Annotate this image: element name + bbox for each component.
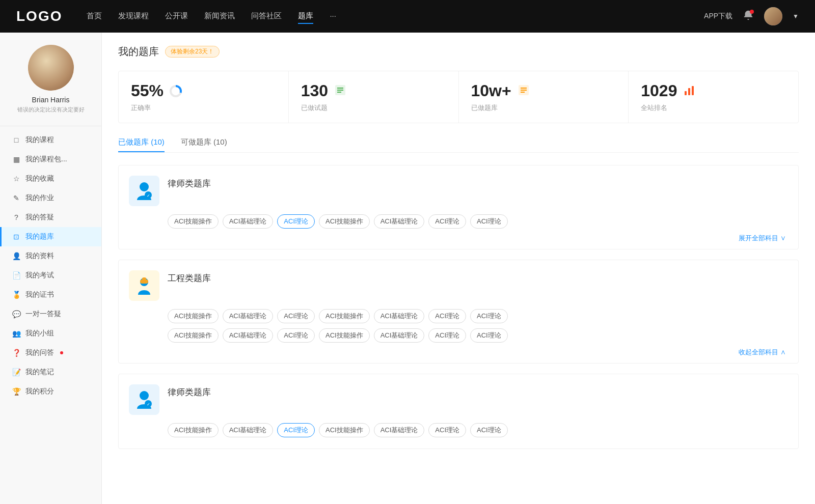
tag-eng2-aci-skill-op-2[interactable]: ACI技能操作: [319, 328, 370, 343]
question-icon: ?: [12, 213, 20, 221]
tag-aci-theory-1[interactable]: ACI理论: [277, 214, 315, 229]
bank-icon-lawyer: ✓: [129, 176, 159, 206]
unread-dot: [60, 351, 63, 354]
sidebar-label-favorites: 我的收藏: [25, 174, 54, 183]
tag-law2-aci-theory-3[interactable]: ACI理论: [470, 423, 508, 437]
nav-item-open[interactable]: 公开课: [165, 9, 188, 24]
app-download[interactable]: APP下载: [704, 12, 732, 21]
nav-item-discover[interactable]: 发现课程: [118, 9, 149, 24]
nav-item-more[interactable]: ···: [330, 9, 336, 24]
bank-title-engineering: 工程类题库: [168, 270, 211, 284]
sidebar-item-myqa[interactable]: ❓ 我的问答: [0, 343, 101, 362]
stat-label-accuracy: 正确率: [131, 103, 276, 113]
bank-expand-lawyer[interactable]: 展开全部科目 ∨: [129, 234, 788, 243]
tag-eng-aci-skill-op-2[interactable]: ACI技能操作: [319, 309, 370, 323]
nav-item-qa[interactable]: 问答社区: [251, 9, 282, 24]
tag-eng2-aci-theory-2[interactable]: ACI理论: [428, 328, 466, 343]
bank-title-lawyer-2: 律师类题库: [168, 384, 211, 398]
bank-card-engineering: 工程类题库 ACI技能操作 ACI基础理论 ACI理论 ACI技能操作 ACI基…: [118, 260, 799, 363]
sidebar-label-questions: 我的答疑: [25, 213, 54, 222]
bank-icon: ⊡: [12, 233, 20, 241]
tag-eng-aci-basic-theory-1[interactable]: ACI基础理论: [223, 309, 274, 323]
sidebar-item-profile[interactable]: 👤 我的资料: [0, 246, 101, 266]
stat-done-banks: 10w+ 已做题库: [459, 71, 629, 123]
tag-law2-aci-theory-2[interactable]: ACI理论: [428, 423, 466, 437]
qa-icon: ❓: [12, 349, 20, 357]
tag-aci-basic-theory-2[interactable]: ACI基础理论: [374, 214, 425, 229]
bank-card-header-lawyer-2: ✓ 律师类题库: [129, 384, 788, 415]
tag-eng-aci-skill-op-1[interactable]: ACI技能操作: [168, 309, 219, 323]
sidebar-item-1on1[interactable]: 💬 一对一答疑: [0, 304, 101, 324]
sidebar-item-favorites[interactable]: ☆ 我的收藏: [0, 169, 101, 188]
svg-text:✓: ✓: [147, 193, 150, 198]
sidebar-label-bank: 我的题库: [25, 232, 54, 241]
group-icon: 👥: [12, 329, 20, 338]
score-icon: 🏆: [12, 387, 20, 396]
bank-title-lawyer: 律师类题库: [168, 176, 211, 189]
done-banks-icon: [517, 83, 531, 97]
svg-text:✓: ✓: [147, 402, 150, 407]
stat-value-rank: 1029: [641, 81, 677, 100]
tag-aci-theory-3[interactable]: ACI理论: [470, 214, 508, 229]
tag-eng-aci-theory-1[interactable]: ACI理论: [277, 309, 315, 323]
bank-collapse-engineering[interactable]: 收起全部科目 ∧: [129, 348, 788, 357]
tag-law2-aci-skill-op-1[interactable]: ACI技能操作: [168, 423, 219, 437]
sidebar-item-questions[interactable]: ? 我的答疑: [0, 208, 101, 227]
svg-rect-18: [142, 277, 146, 281]
bank-tags-engineering-row2: ACI技能操作 ACI基础理论 ACI理论 ACI技能操作 ACI基础理论 AC…: [129, 328, 788, 343]
tag-law2-aci-skill-op-2[interactable]: ACI技能操作: [319, 423, 370, 437]
sidebar-label-group: 我的小组: [25, 329, 54, 338]
stat-top-banks: 10w+: [471, 81, 616, 100]
sidebar-item-cert[interactable]: 🏅 我的证书: [0, 285, 101, 304]
notification-bell[interactable]: [743, 10, 754, 23]
main-content: 我的题库 体验剩余23天！ 55% 正确率: [102, 33, 815, 504]
sidebar-label-points: 我的积分: [25, 387, 54, 396]
lawyer2-icon-svg: ✓: [133, 388, 155, 411]
sidebar-item-notes[interactable]: 📝 我的笔记: [0, 362, 101, 382]
tag-eng2-aci-skill-op-1[interactable]: ACI技能操作: [168, 328, 219, 343]
engineer-icon-svg: [133, 274, 155, 297]
tag-aci-skill-op-2[interactable]: ACI技能操作: [319, 214, 370, 229]
tag-eng-aci-theory-2[interactable]: ACI理论: [428, 309, 466, 323]
nav-item-bank[interactable]: 题库: [298, 9, 313, 24]
tag-aci-skill-op-1[interactable]: ACI技能操作: [168, 214, 219, 229]
done-questions-icon: [333, 83, 347, 97]
sidebar-item-points[interactable]: 🏆 我的积分: [0, 382, 101, 401]
tab-available-banks[interactable]: 可做题库 (10): [181, 137, 227, 152]
tag-eng-aci-theory-3[interactable]: ACI理论: [470, 309, 508, 323]
tag-eng2-aci-basic-theory-1[interactable]: ACI基础理论: [223, 328, 274, 343]
sidebar-label-profile: 我的资料: [25, 251, 54, 261]
sidebar-item-course[interactable]: □ 我的课程: [0, 130, 101, 150]
stat-rank: 1029 全站排名: [629, 71, 798, 123]
user-avatar[interactable]: [764, 7, 782, 25]
stat-accuracy: 55% 正确率: [119, 71, 289, 123]
tag-eng2-aci-theory-3[interactable]: ACI理论: [470, 328, 508, 343]
sidebar-item-course-pack[interactable]: ▦ 我的课程包...: [0, 150, 101, 169]
stat-top-accuracy: 55%: [131, 81, 276, 100]
bank-card-lawyer: ✓ 律师类题库 ACI技能操作 ACI基础理论 ACI理论 ACI技能操作 AC…: [118, 165, 799, 249]
sidebar-item-exam[interactable]: 📄 我的考试: [0, 266, 101, 285]
rank-icon: [682, 83, 696, 97]
tag-aci-theory-2[interactable]: ACI理论: [428, 214, 466, 229]
chevron-down-icon[interactable]: ▼: [793, 13, 799, 20]
tag-eng2-aci-basic-theory-2[interactable]: ACI基础理论: [374, 328, 425, 343]
tag-law2-aci-basic-theory-1[interactable]: ACI基础理论: [223, 423, 274, 437]
tag-law2-aci-theory-1[interactable]: ACI理论: [277, 423, 315, 437]
avatar-image: [28, 45, 74, 91]
tag-aci-basic-theory-1[interactable]: ACI基础理论: [223, 214, 274, 229]
tag-eng-aci-basic-theory-2[interactable]: ACI基础理论: [374, 309, 425, 323]
tabs-row: 已做题库 (10) 可做题库 (10): [118, 137, 799, 153]
lawyer-icon-svg: ✓: [133, 180, 155, 202]
tag-law2-aci-basic-theory-2[interactable]: ACI基础理论: [374, 423, 425, 437]
sidebar-item-bank[interactable]: ⊡ 我的题库: [0, 227, 101, 246]
stat-value-done: 130: [301, 81, 328, 100]
list-icon-green: [333, 83, 347, 99]
tab-done-banks[interactable]: 已做题库 (10): [118, 137, 165, 152]
sidebar-item-homework[interactable]: ✎ 我的作业: [0, 188, 101, 208]
nav-item-home[interactable]: 首页: [87, 9, 102, 24]
nav-item-news[interactable]: 新闻资讯: [204, 9, 235, 24]
sidebar-item-group[interactable]: 👥 我的小组: [0, 324, 101, 343]
bar-chart-icon: [682, 83, 696, 99]
bank-tags-lawyer-2: ACI技能操作 ACI基础理论 ACI理论 ACI技能操作 ACI基础理论 AC…: [129, 423, 788, 437]
tag-eng2-aci-theory-1[interactable]: ACI理论: [277, 328, 315, 343]
